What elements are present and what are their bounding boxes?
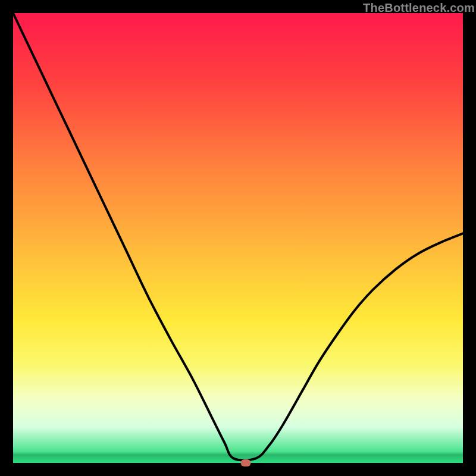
bottleneck-curve	[13, 13, 463, 463]
chart-frame: TheBottleneck.com	[0, 0, 476, 476]
curve-path	[13, 13, 463, 461]
watermark-text: TheBottleneck.com	[363, 1, 475, 15]
minimum-marker	[240, 459, 250, 466]
